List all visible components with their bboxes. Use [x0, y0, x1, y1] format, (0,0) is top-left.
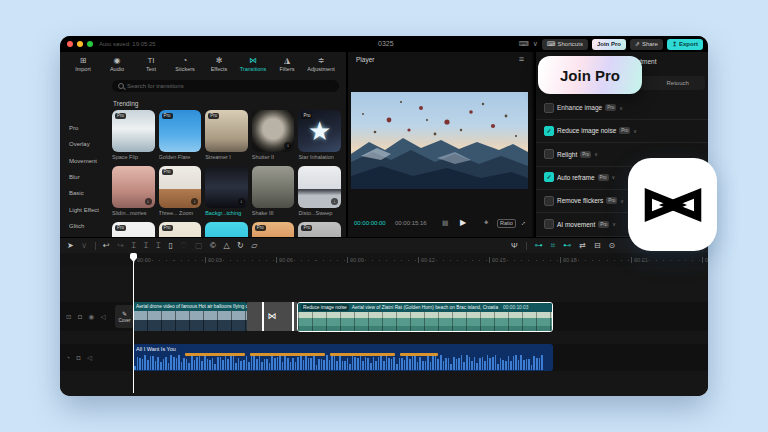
select-tool-dropdown[interactable]: ∨: [81, 238, 87, 253]
lock-track-icon[interactable]: ◘: [78, 313, 82, 320]
playhead-line[interactable]: [133, 253, 134, 393]
adjustment-row[interactable]: ✓ Reduce image noise Pro ∨: [536, 119, 708, 143]
checkbox[interactable]: ✓: [544, 172, 554, 182]
transition-card[interactable]: ↓ Shake III: [252, 166, 295, 217]
preview-axis-icon[interactable]: ⇄: [579, 238, 586, 253]
transition-card[interactable]: Pro ↓ Streamer I: [205, 110, 248, 161]
chevron-down-icon[interactable]: ∨: [633, 128, 637, 134]
adjustment-row[interactable]: ✓ Enhance image Pro ∨: [536, 96, 708, 120]
join-pro-button[interactable]: Join Pro: [592, 39, 626, 50]
transition-card[interactable]: ↓ Backgr...tching: [205, 166, 248, 217]
media-tab[interactable]: TI Text: [134, 54, 168, 72]
zoom-window-button[interactable]: [87, 41, 93, 47]
transition-card[interactable]: Pro ↓: [298, 222, 341, 237]
pause-icon[interactable]: ▮▮: [442, 219, 448, 227]
select-tool-icon[interactable]: ➤: [67, 238, 74, 253]
minimize-window-button[interactable]: [77, 41, 83, 47]
transition-category-item[interactable]: Movement: [69, 158, 97, 164]
lock-track-icon[interactable]: ◘: [76, 354, 80, 361]
auto-snap-icon[interactable]: ⌗: [551, 238, 556, 253]
transition-card[interactable]: ↓ Shutter II: [252, 110, 295, 161]
audio-clip[interactable]: All I Want Is You: [133, 344, 553, 371]
keyboard-layout-chevron-icon[interactable]: ∨: [533, 40, 538, 48]
rotate-icon[interactable]: ↻: [237, 238, 244, 253]
close-window-button[interactable]: [67, 41, 73, 47]
keyboard-layout-icon[interactable]: ⌨: [519, 40, 529, 48]
media-tab[interactable]: ≑ Adjustment: [304, 54, 338, 72]
trim-left-icon[interactable]: ⌶: [144, 238, 149, 253]
search-box[interactable]: [112, 80, 339, 92]
transition-card[interactable]: Pro ↓: [252, 222, 295, 237]
play-button[interactable]: ▶: [460, 218, 466, 227]
zoom-timeline-icon[interactable]: ⊙: [609, 238, 616, 253]
timeline-settings-icon[interactable]: ⊟: [594, 238, 601, 253]
media-tab[interactable]: ◔ Stickers: [168, 54, 202, 72]
transition-card[interactable]: Pro ★ ↓ Star Inhalation: [298, 110, 341, 161]
chevron-down-icon[interactable]: ∨: [612, 174, 616, 180]
search-input[interactable]: [127, 83, 333, 89]
beat-marks: [400, 353, 438, 356]
chevron-down-icon[interactable]: ∨: [620, 198, 624, 204]
share-button[interactable]: ⇗ Share: [630, 39, 663, 50]
transition-category-item[interactable]: Pro: [69, 125, 78, 131]
crop-icon[interactable]: ▱: [251, 238, 257, 253]
transition-category-item[interactable]: Light Effect: [69, 207, 99, 213]
undo-icon[interactable]: ↩: [103, 238, 110, 253]
transition-card[interactable]: ↓ Slidin...mories: [112, 166, 155, 217]
checkbox[interactable]: ✓: [544, 219, 554, 229]
checkbox[interactable]: ✓: [544, 103, 554, 113]
export-button[interactable]: ↥ Export: [667, 39, 703, 50]
transition-card[interactable]: Pro ↓ Space Flip: [112, 110, 155, 161]
speed-icon[interactable]: ©: [210, 238, 216, 253]
trim-right-icon[interactable]: ⌶: [156, 238, 161, 253]
main-track-magnet-icon[interactable]: ⊶: [535, 238, 543, 253]
transition-category-item[interactable]: Overlay: [69, 141, 90, 147]
track-type-audio-icon[interactable]: ◔: [66, 354, 70, 361]
ratio-button[interactable]: Ratio: [497, 219, 516, 228]
video-clip-1[interactable]: Aerial drone video of famous Hot air bal…: [133, 302, 247, 331]
transition-category-item[interactable]: Glitch: [69, 223, 84, 229]
transition-category-item[interactable]: Basic: [69, 190, 84, 196]
snapshot-icon[interactable]: ⌖: [484, 218, 489, 228]
chevron-down-icon[interactable]: ∨: [612, 221, 616, 227]
checkbox[interactable]: ✓: [544, 196, 554, 206]
mask-tool-icon[interactable]: ▢: [195, 238, 203, 253]
divider[interactable]: [526, 242, 527, 250]
chevron-down-icon[interactable]: ∨: [594, 151, 598, 157]
transition-card[interactable]: ↓ Disto...Sweep: [298, 166, 341, 217]
transition-card[interactable]: Pro ↓ Golden Flare: [159, 110, 202, 161]
transition-card[interactable]: Pro ↓: [112, 222, 155, 237]
video-clip-2-selected[interactable]: Reduce image noise Aerial view of Zlatni…: [297, 302, 553, 332]
transition-card[interactable]: Pro ↓: [159, 222, 202, 237]
link-icon[interactable]: ⊷: [563, 238, 571, 253]
record-voiceover-icon[interactable]: Ψ: [511, 238, 518, 253]
chevron-down-icon[interactable]: ∨: [619, 105, 623, 111]
join-pro-overlay-button[interactable]: Join Pro: [538, 56, 642, 94]
redo-icon[interactable]: ↪: [117, 238, 124, 253]
split-icon[interactable]: ⌶: [131, 238, 136, 253]
track-type-video-icon[interactable]: ⊡: [66, 313, 71, 321]
media-tab[interactable]: ✻ Effects: [202, 54, 236, 72]
transition-card[interactable]: Pro ↓ Three... Zoom: [159, 166, 202, 217]
checkbox[interactable]: ✓: [544, 149, 554, 159]
subtab[interactable]: Retouch: [650, 76, 705, 90]
media-tab-icon: ⊞: [80, 56, 87, 65]
delete-icon[interactable]: ▯: [168, 238, 172, 253]
transition-category-item[interactable]: Blur: [69, 174, 80, 180]
transition-card[interactable]: ↓: [205, 222, 248, 237]
checkbox[interactable]: ✓: [544, 126, 554, 136]
divider[interactable]: [95, 242, 96, 250]
hide-track-icon[interactable]: ◉: [88, 313, 94, 321]
mirror-icon[interactable]: △: [223, 238, 229, 253]
mute-track-icon[interactable]: ◁: [101, 313, 106, 321]
timeline-ruler[interactable]: 00:0000:0300:0600:0900:1200:1500:1800:21…: [60, 253, 708, 266]
favorite-icon[interactable]: ♡: [180, 238, 187, 253]
transition-segment[interactable]: ⋈: [247, 302, 297, 331]
mute-track-icon[interactable]: ◁: [87, 354, 92, 362]
player-menu-icon[interactable]: ≡: [519, 54, 524, 64]
shortcuts-button[interactable]: ⌨ Shortcuts: [542, 39, 588, 50]
cover-button[interactable]: ✎ Cover: [115, 305, 134, 328]
media-tab[interactable]: ◮ Filters: [270, 54, 304, 72]
media-tab[interactable]: ⋈ Transitions: [236, 54, 270, 72]
fullscreen-icon[interactable]: ↔: [518, 218, 528, 228]
